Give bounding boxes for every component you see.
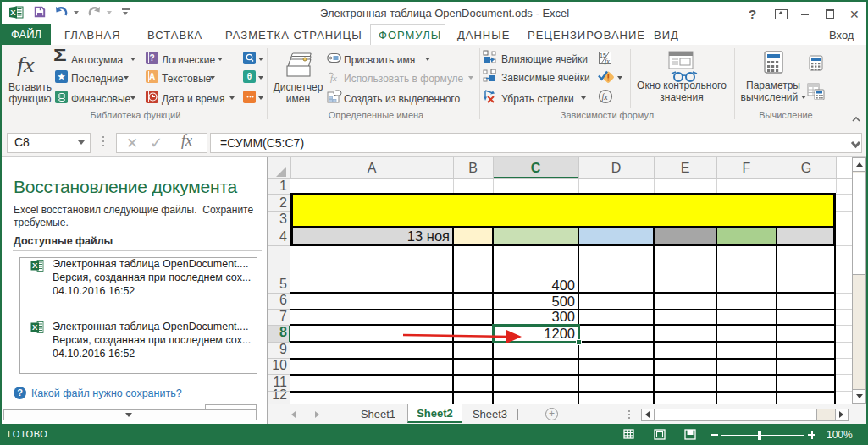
svg-text:X: X <box>32 261 38 270</box>
svg-text:X: X <box>32 322 38 332</box>
svg-text:fx: fx <box>602 92 609 102</box>
svg-text:fx: fx <box>330 73 337 83</box>
svg-text:fx: fx <box>605 58 610 65</box>
svg-text:X: X <box>10 8 16 17</box>
